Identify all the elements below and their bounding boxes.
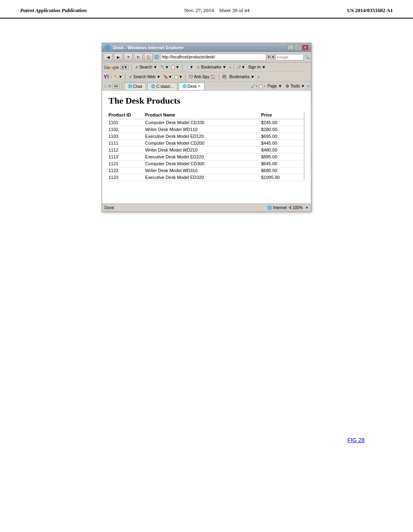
- product-id-cell: 1113: [108, 154, 145, 160]
- address-input[interactable]: [160, 54, 266, 61]
- toolbar-icon-1: 🔧▼: [160, 65, 169, 69]
- row-divider: [304, 154, 305, 160]
- status-zoom: € 100%: [289, 206, 303, 210]
- patent-header-right: US 2014/0351682 A1: [347, 7, 393, 14]
- minimize-button[interactable]: _: [288, 45, 294, 50]
- stop-button[interactable]: ✕: [124, 53, 133, 61]
- tab-desk-icon: 🌐: [182, 84, 187, 88]
- google-toolbar: Google 8▼ ✓ Search ▼ 🔧▼ 📋▼ 📧▼ ☆ Bookmark…: [102, 62, 311, 72]
- toolbar-icon-4: 🔗▼: [236, 65, 245, 69]
- yahoo-logo: Y!: [104, 74, 109, 80]
- browser-tabbar: ☆ ⚙ 99 🌐 Chair 🌐 C:\data\... 🌐 Desk ✕ 🔎 …: [102, 82, 311, 91]
- table-row: 1102Writer Desk Model WD110$280.00: [108, 126, 305, 133]
- patent-header-left: Patent Application Publication: [20, 7, 87, 14]
- anti-spy-button[interactable]: 🛡 Anti-Spy 🏠: [188, 74, 217, 79]
- bookmarks-button-2[interactable]: Bookmarks ▼: [228, 74, 256, 79]
- browser-titlebar: 🌐 Desk - Windows Internet Explorer _ □ ✕: [102, 43, 311, 52]
- tab-chair-icon: 🌐: [128, 84, 132, 88]
- product-id-cell: 1111: [108, 140, 145, 147]
- browser-window: 🌐 Desk - Windows Internet Explorer _ □ ✕…: [102, 43, 311, 212]
- tab-desk-label: Desk: [188, 84, 197, 89]
- product-price-cell: $1095.00: [261, 174, 304, 181]
- internet-label: Internet: [273, 206, 287, 210]
- close-button[interactable]: ✕: [302, 45, 309, 50]
- search-web-button-2[interactable]: ✓ Search Web ▼: [128, 74, 162, 79]
- product-name-cell: Computer Desk Model CD300: [145, 160, 261, 167]
- refresh-button[interactable]: ↻: [134, 53, 143, 61]
- stop-icon[interactable]: ✕: [271, 55, 275, 59]
- toolbar-sep-6: [219, 74, 219, 80]
- bookmarks-button[interactable]: ☆ Bookmarks ▼: [195, 64, 227, 70]
- zoom-dropdown-icon[interactable]: ▼: [305, 206, 309, 210]
- product-price-cell: $695.00: [261, 133, 304, 140]
- product-id-cell: 1122: [108, 167, 145, 174]
- row-divider: [304, 167, 305, 174]
- titlebar-buttons: _ □ ✕: [288, 45, 309, 50]
- patent-header-center: Nov. 27, 2014 Sheet 39 of 44: [184, 7, 250, 14]
- forward-button[interactable]: ▶: [114, 53, 123, 61]
- address-right-controls: ↻ ✕ 🔍: [267, 54, 309, 60]
- toolbar-chevron-2[interactable]: »: [257, 75, 259, 79]
- search-web-button[interactable]: ✓ Search ▼: [134, 64, 159, 70]
- tools-button[interactable]: ⚙ Tools ▼: [284, 83, 306, 89]
- product-name-cell: Executive Desk Model ED120: [145, 133, 261, 140]
- browser-title: Desk - Windows Internet Explorer: [113, 45, 184, 50]
- toolbar-sep-2: [182, 64, 182, 71]
- tab-bar-icons: ☆ ⚙: [104, 84, 111, 88]
- browser-content: The Desk Products Product ID Product Nam…: [102, 91, 311, 204]
- product-name-cell: Writer Desk Model WD210: [145, 147, 261, 154]
- status-right: 🌐 Internet € 100% ▼: [267, 206, 309, 210]
- search-input[interactable]: [275, 54, 304, 60]
- row-divider: [304, 147, 305, 154]
- col-divider: [304, 112, 305, 119]
- product-price-cell: $480.00: [261, 147, 304, 154]
- toolbar-sep-5: [185, 74, 186, 80]
- home-button[interactable]: 🏠: [144, 53, 153, 61]
- yahoo-sep: •: [111, 75, 112, 79]
- search-icon[interactable]: 🔍: [305, 55, 309, 59]
- tab-desk-close[interactable]: ✕: [198, 84, 201, 88]
- product-price-cell: $445.00: [261, 140, 304, 147]
- product-price-cell: $645.00: [261, 160, 304, 167]
- product-name-cell: Computer Desk Model CD100: [145, 119, 261, 126]
- row-divider: [304, 133, 305, 140]
- tab-data[interactable]: 🌐 C:\data\...: [147, 83, 177, 90]
- table-row: 1123Executive Desk Model ED320$1095.00: [108, 174, 305, 181]
- browser-addressbar: ◀ ▶ ✕ ↻ 🏠 🌐 ↻ ✕ 🔍: [102, 52, 311, 62]
- toolbar-icon-3: 📧▼: [185, 65, 194, 69]
- browser-icon: 🌐: [104, 45, 111, 50]
- google-rank: 8▼: [121, 65, 129, 70]
- tab-chair[interactable]: 🌐 Chair: [124, 83, 146, 90]
- col-header-price: Price: [261, 112, 304, 119]
- page-title: The Desk Products: [108, 96, 305, 106]
- row-divider: [304, 174, 305, 181]
- page-button[interactable]: Page ▼: [266, 83, 283, 89]
- browser-statusbar: Done 🌐 Internet € 100% ▼: [102, 204, 311, 212]
- main-content: 🌐 Desk - Windows Internet Explorer _ □ ✕…: [0, 19, 413, 224]
- row-divider: [304, 140, 305, 147]
- toolbar-chevron-3[interactable]: »: [307, 84, 309, 88]
- yahoo-toolbar: Y! • ✏️▼ ✓ Search Web ▼ 🔖▼ 📋▼ 🛡 Anti-Spy…: [102, 72, 311, 82]
- maximize-button[interactable]: □: [295, 45, 301, 50]
- product-name-cell: Writer Desk Model WD110: [145, 126, 261, 133]
- internet-icon: 🌐: [267, 206, 272, 210]
- product-id-cell: 1103: [108, 133, 145, 140]
- figure-label: FIG 28: [347, 437, 365, 443]
- product-id-cell: 1121: [108, 160, 145, 167]
- product-name-cell: Executive Desk Model ED220: [145, 154, 261, 160]
- tab-desk[interactable]: 🌐 Desk ✕: [179, 83, 204, 90]
- tab-chair-label: Chair: [133, 84, 143, 89]
- table-row: 1101Computer Desk Model CD100$245.00: [108, 119, 305, 126]
- toolbar-icon-2: 📋▼: [171, 65, 179, 69]
- table-row: 1122Writer Desk Model WD310$680.00: [108, 167, 305, 174]
- address-label: 🌐: [154, 55, 159, 59]
- refresh-icon[interactable]: ↻: [267, 55, 271, 59]
- product-name-cell: Writer Desk Model WD310: [145, 167, 261, 174]
- toolbar-sep-3: [234, 64, 234, 71]
- product-id-cell: 1123: [108, 174, 145, 181]
- toolbar-chevron-1[interactable]: »: [229, 65, 231, 69]
- product-name-cell: Executive Desk Model ED320: [145, 174, 261, 181]
- patent-sheet: Sheet 39 of 44: [219, 7, 249, 13]
- back-button[interactable]: ◀: [104, 53, 113, 61]
- signin-button[interactable]: Sign In ▼: [247, 64, 267, 70]
